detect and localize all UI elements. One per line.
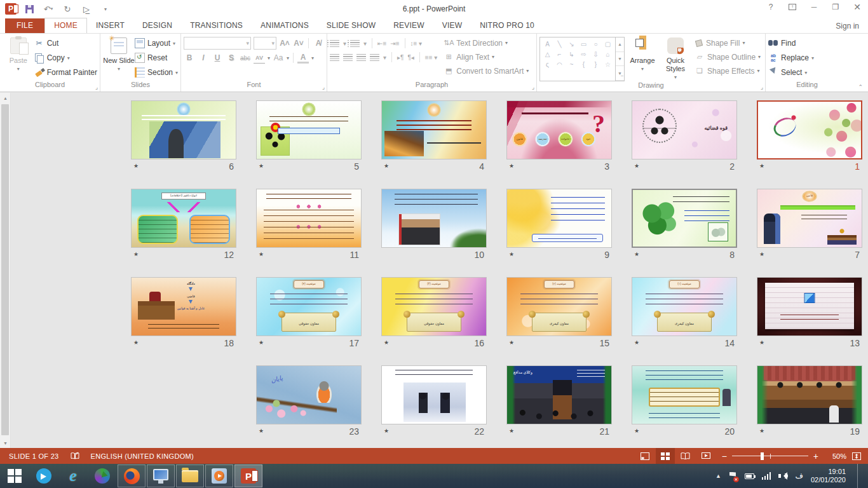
quick-styles-button[interactable]: Quick Styles▾ <box>660 36 691 81</box>
taskbar-file-explorer-button[interactable] <box>176 464 204 487</box>
shape-fill-button[interactable]: Shape Fill▾ <box>695 37 761 49</box>
shape-down-arrow-icon[interactable]: ⇩ <box>590 49 602 59</box>
slide-11-thumbnail[interactable] <box>256 189 362 248</box>
reading-view-button[interactable] <box>676 448 695 464</box>
text-direction-button[interactable]: ⇅AText Direction▾ <box>444 37 529 49</box>
shapes-gallery[interactable]: A╲↘▭○▢△⌐↳⇨⇩⌂ς◠~{}☆ <box>539 37 616 81</box>
clear-formatting-button[interactable]: A̸ <box>313 37 324 49</box>
slide-4-thumbnail[interactable] <box>381 100 487 159</box>
taskbar-clock[interactable]: 19:01 02/01/2020 <box>811 468 846 484</box>
powerpoint-logo-icon[interactable]: P <box>5 3 17 15</box>
close-button[interactable]: ✕ <box>846 0 868 14</box>
columns-icon[interactable]: ≡≡ ▾ <box>425 54 437 61</box>
paragraph-dialog-launcher[interactable]: ⌟ <box>532 85 534 90</box>
justify-icon[interactable] <box>370 54 379 61</box>
replace-button[interactable]: abacReplace▾ <box>768 51 814 64</box>
font-dialog-launcher[interactable]: ⌟ <box>322 85 325 90</box>
action-center-flag-icon[interactable] <box>729 472 737 480</box>
align-text-button[interactable]: ⊞Align Text▾ <box>444 51 529 63</box>
fit-slide-to-window-button[interactable] <box>848 452 865 460</box>
customize-qat-button[interactable]: ▾ <box>99 3 112 15</box>
tab-file[interactable]: FILE <box>5 18 44 33</box>
increase-indent-icon[interactable]: ⇥≡ <box>390 40 399 47</box>
copy-button[interactable]: Copy▾ <box>34 51 97 64</box>
spell-check-icon[interactable] <box>71 452 79 460</box>
align-left-icon[interactable] <box>330 54 339 61</box>
strikethrough-button[interactable]: abc <box>240 52 251 64</box>
shape-rounded-rectangle-icon[interactable]: ▢ <box>602 39 614 49</box>
section-button[interactable]: Section▾ <box>135 66 178 79</box>
bullets-icon[interactable] <box>330 40 339 47</box>
scrollbar-thumb[interactable] <box>1 104 9 435</box>
slide-3-thumbnail[interactable]: قانونمدرسهخانوادهخود <box>506 100 612 159</box>
slide-2-thumbnail[interactable]: قوه قضائیه <box>632 100 737 159</box>
new-slide-button[interactable]: New Slide▾ <box>103 36 135 81</box>
minimize-button[interactable]: ─ <box>803 0 825 14</box>
slide-13-thumbnail[interactable] <box>757 277 862 336</box>
slide-19-thumbnail[interactable] <box>757 365 862 424</box>
arrange-button[interactable]: Arrange▾ <box>625 36 660 81</box>
show-desktop-button[interactable] <box>857 464 862 488</box>
layout-button[interactable]: Layout▾ <box>135 37 178 50</box>
ltr-direction-icon[interactable]: ▸¶ <box>397 54 403 61</box>
slide-6-thumbnail[interactable] <box>131 100 236 159</box>
shape-curve-icon[interactable]: ~ <box>566 59 578 69</box>
slide-20-thumbnail[interactable] <box>632 365 737 424</box>
shape-outline-button[interactable]: ▱Shape Outline▾ <box>695 51 761 63</box>
change-case-button[interactable]: Aa <box>273 52 284 64</box>
shape-arrow-icon[interactable]: ↘ <box>566 39 578 49</box>
slide-23-thumbnail[interactable]: پایان <box>256 365 362 424</box>
slide-15-thumbnail[interactable]: موقعیت (۲)معاون کیفری <box>506 277 612 336</box>
convert-smartart-button[interactable]: ⬒Convert to SmartArt▾ <box>444 65 529 77</box>
slide-1-thumbnail[interactable] <box>757 100 862 159</box>
tab-view[interactable]: VIEW <box>433 18 471 33</box>
undo-button[interactable]: ↶ ▾ <box>42 3 55 15</box>
shape-effects-button[interactable]: ❏Shape Effects▾ <box>695 65 761 77</box>
find-button[interactable]: Find <box>768 37 814 50</box>
bold-button[interactable]: B <box>184 52 195 64</box>
slide-show-button[interactable] <box>696 448 715 464</box>
tab-slide-show[interactable]: SLIDE SHOW <box>318 18 384 33</box>
slide-sorter-view-button[interactable] <box>656 448 675 464</box>
tab-animations[interactable]: ANIMATIONS <box>252 18 318 33</box>
slide-9-thumbnail[interactable] <box>506 189 612 248</box>
shape-rectangle-icon[interactable]: ▭ <box>578 39 590 49</box>
keyboard-language-indicator[interactable]: ف <box>795 471 803 480</box>
taskbar-computer-button[interactable] <box>147 464 175 487</box>
shape-star-icon[interactable]: ☆ <box>602 59 614 69</box>
battery-icon[interactable] <box>745 473 754 479</box>
slide-21-thumbnail[interactable]: وکلای مدافع <box>506 365 612 424</box>
taskbar-media-player-button[interactable] <box>205 464 233 487</box>
tab-home[interactable]: HOME <box>44 18 87 33</box>
select-button[interactable]: Select▾ <box>768 66 814 79</box>
sign-in-link[interactable]: Sign in <box>836 22 859 30</box>
shape-left-brace-icon[interactable]: { <box>578 59 590 69</box>
shapes-gallery-scroll[interactable]: ▲▼▼̲ <box>616 37 625 81</box>
rtl-direction-icon[interactable]: ¶◂ <box>407 54 414 61</box>
shape-elbow-arrow-icon[interactable]: ↳ <box>566 49 578 59</box>
tab-design[interactable]: DESIGN <box>133 18 181 33</box>
ribbon-display-options-button[interactable]: ↑ <box>782 0 803 14</box>
font-color-button[interactable]: A <box>297 52 309 64</box>
network-signal-icon[interactable] <box>762 472 771 480</box>
slide-8-thumbnail[interactable] <box>632 189 737 248</box>
decrease-indent-icon[interactable]: ⇤≡ <box>377 40 386 47</box>
slide-14-thumbnail[interactable]: موقعیت (۱)معاون کیفری <box>632 277 737 336</box>
align-center-icon[interactable] <box>343 54 353 61</box>
taskbar-start-button[interactable] <box>0 464 29 488</box>
zoom-slider-thumb[interactable] <box>761 452 764 460</box>
taskbar-firefox-button[interactable] <box>118 464 146 487</box>
underline-button[interactable]: U <box>212 52 223 64</box>
shape-elbow-icon[interactable]: ⌐ <box>553 49 566 59</box>
redo-button[interactable]: ↻ <box>61 3 74 15</box>
slide-17-thumbnail[interactable]: موقعیت (۴)معاون حقوقی <box>256 277 362 336</box>
collapse-ribbon-button[interactable]: ⌃ <box>858 84 863 90</box>
grow-font-button[interactable]: A˄ <box>279 37 290 49</box>
zoom-out-button[interactable]: − <box>722 453 727 459</box>
shrink-font-button[interactable]: A˅ <box>293 37 304 49</box>
slide-5-thumbnail[interactable] <box>256 100 362 159</box>
slide-22-thumbnail[interactable] <box>381 365 487 424</box>
speaker-icon[interactable] <box>778 472 787 480</box>
shape-line-icon[interactable]: ╲ <box>553 39 566 49</box>
shape-right-arrow-icon[interactable]: ⇨ <box>578 49 590 59</box>
